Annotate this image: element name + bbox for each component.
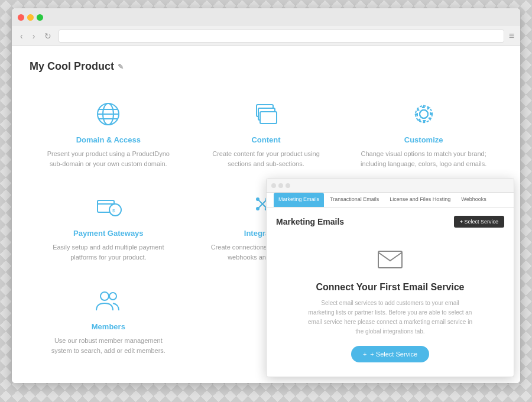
members-icon	[93, 286, 124, 316]
popup-window: Marketing Emails Transactional Emails Li…	[266, 178, 514, 377]
connect-desc: Select email services to add customers t…	[307, 299, 473, 336]
reload-button[interactable]: ↻	[42, 30, 54, 42]
popup-titlebar	[267, 179, 514, 193]
page-content: My Cool Product ✎ Domain & Access Presen…	[12, 46, 520, 383]
popup-dot-2	[278, 183, 283, 188]
payment-icon: $	[93, 192, 124, 223]
svg-point-29	[100, 292, 109, 300]
tab-license-files[interactable]: License and Files Hosting	[385, 193, 455, 207]
members-desc: Use our robust member management system …	[44, 336, 173, 355]
customize-desc: Change visual options to match your bran…	[359, 149, 488, 168]
tab-marketing-emails[interactable]: Marketing Emails	[274, 193, 324, 207]
feature-card-content[interactable]: Content Create content for your product …	[187, 87, 345, 180]
tab-webhooks[interactable]: Webhooks	[456, 193, 491, 207]
popup-section-title: Marketing Emails	[276, 217, 344, 226]
gear-icon	[408, 99, 439, 129]
svg-rect-31	[378, 251, 402, 268]
page-title-text: My Cool Product	[30, 60, 114, 73]
select-service-main-label: + Select Service	[370, 351, 417, 358]
close-button[interactable]	[18, 14, 24, 21]
browser-menu-icon[interactable]: ≡	[509, 31, 514, 41]
minimize-button[interactable]	[27, 14, 34, 21]
select-service-small-button[interactable]: + Select Service	[454, 216, 504, 228]
customize-title: Customize	[359, 135, 488, 144]
layers-icon	[251, 99, 281, 129]
svg-point-13	[109, 204, 121, 216]
payment-title: Payment Gateways	[44, 229, 173, 238]
back-button[interactable]: ‹	[18, 30, 25, 42]
svg-point-10	[416, 106, 432, 122]
popup-dot-1	[271, 183, 276, 188]
svg-point-30	[109, 293, 116, 300]
domain-access-desc: Present your product using a ProductDyno…	[44, 149, 173, 168]
popup-tabs: Marketing Emails Transactional Emails Li…	[267, 193, 514, 208]
domain-access-title: Domain & Access	[44, 135, 173, 144]
svg-rect-7	[260, 112, 277, 124]
svg-point-21	[256, 207, 259, 210]
traffic-lights	[18, 14, 43, 21]
feature-card-domain-access[interactable]: Domain & Access Present your product usi…	[30, 87, 187, 180]
connect-title: Connect Your First Email Service	[276, 282, 504, 293]
browser-navbar: ‹ › ↻ ≡	[12, 26, 520, 46]
forward-button[interactable]: ›	[30, 30, 38, 42]
svg-point-19	[256, 197, 259, 201]
tab-transactional-emails[interactable]: Transactional Emails	[325, 193, 384, 207]
feature-card-payment[interactable]: $ Payment Gateways Easily setup and add …	[30, 180, 187, 274]
select-service-main-button[interactable]: + + Select Service	[351, 346, 429, 362]
content-desc: Create content for your product using se…	[202, 149, 331, 168]
address-bar[interactable]	[59, 30, 504, 43]
globe-icon	[93, 99, 124, 129]
content-title: Content	[202, 135, 331, 144]
payment-desc: Easily setup and add multiple payment pl…	[44, 242, 173, 262]
browser-window: ‹ › ↻ ≡ My Cool Product ✎	[12, 8, 520, 383]
svg-text:$: $	[112, 208, 115, 213]
feature-card-customize[interactable]: Customize Change visual options to match…	[345, 87, 502, 180]
popup-body: Connect Your First Email Service Select …	[267, 232, 514, 377]
svg-point-9	[420, 110, 428, 118]
members-title: Members	[44, 322, 173, 331]
maximize-button[interactable]	[37, 14, 43, 21]
browser-titlebar	[12, 8, 520, 26]
page-title-area: My Cool Product ✎	[30, 60, 502, 73]
popup-header: Marketing Emails + Select Service	[267, 208, 514, 232]
popup-dot-3	[286, 183, 290, 188]
edit-title-icon[interactable]: ✎	[118, 63, 124, 71]
email-envelope-icon	[375, 244, 405, 274]
select-service-plus-icon: +	[363, 351, 366, 358]
feature-card-members[interactable]: Members Use our robust member management…	[30, 274, 187, 367]
